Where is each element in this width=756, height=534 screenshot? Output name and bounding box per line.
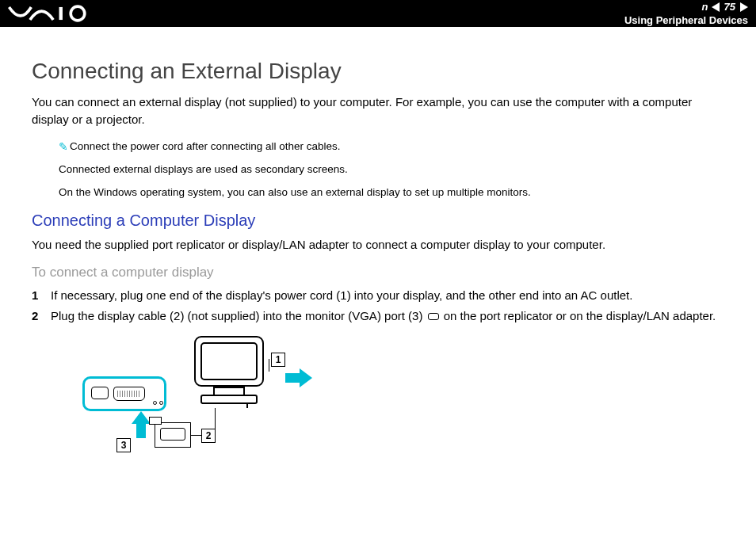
- step-text: Plug the display cable (2) (not supplied…: [51, 307, 716, 326]
- sub-intro-text: You need the supplied port replicator or…: [32, 236, 724, 254]
- procedure-heading: To connect a computer display: [32, 265, 724, 280]
- note-line-2: Connected external displays are used as …: [59, 162, 724, 177]
- header-bar: n 75 Using Peripheral Devices: [0, 0, 756, 27]
- page-n-label: n: [702, 1, 708, 13]
- step-list: 1 If necessary, plug one end of the disp…: [32, 287, 724, 326]
- vga-port-icon: [428, 313, 439, 320]
- svg-rect-3: [201, 343, 257, 380]
- svg-rect-4: [214, 387, 244, 395]
- next-page-arrow-icon[interactable]: [740, 2, 748, 12]
- note-icon: ✎: [59, 139, 68, 155]
- page-content: Connecting an External Display You can c…: [0, 27, 756, 470]
- intro-text: You can connect an external display (not…: [32, 93, 724, 128]
- step-text-part: on the port replicator or on the display…: [441, 309, 716, 322]
- svg-rect-5: [201, 395, 257, 403]
- note-line-3: On the Windows operating system, you can…: [59, 185, 724, 200]
- monitor-icon: [190, 335, 268, 408]
- page-title: Connecting an External Display: [32, 59, 724, 84]
- note-line-1: Connect the power cord after connecting …: [70, 140, 340, 152]
- vga-plug-icon: [155, 422, 191, 448]
- up-arrow-icon: [132, 411, 151, 438]
- connection-diagram: 1 2 3: [73, 335, 326, 470]
- power-arrow-icon: [285, 368, 312, 387]
- callout-3: 3: [116, 438, 131, 452]
- subheading: Connecting a Computer Display: [32, 212, 724, 230]
- note-block: ✎Connect the power cord after connecting…: [59, 139, 724, 200]
- svg-rect-0: [59, 7, 63, 20]
- callout-1: 1: [271, 353, 285, 367]
- adapter-icon: [82, 376, 166, 411]
- callout-line: [269, 359, 269, 372]
- step-number: 2: [32, 307, 51, 326]
- vaio-logo-icon: [8, 5, 95, 22]
- list-item: 2 Plug the display cable (2) (not suppli…: [32, 307, 724, 326]
- svg-marker-7: [285, 368, 312, 387]
- list-item: 1 If necessary, plug one end of the disp…: [32, 287, 724, 305]
- step-text-part: Plug the display cable (2) (not supplied…: [51, 309, 426, 322]
- step-number: 1: [32, 287, 51, 305]
- svg-point-1: [71, 6, 85, 21]
- page-number: 75: [723, 1, 737, 13]
- section-title: Using Peripheral Devices: [624, 14, 748, 26]
- callout-2: 2: [201, 429, 216, 443]
- step-text: If necessary, plug one end of the displa…: [51, 287, 632, 305]
- prev-page-arrow-icon[interactable]: [712, 2, 720, 12]
- svg-marker-8: [132, 411, 151, 438]
- header-right: n 75 Using Peripheral Devices: [624, 1, 748, 26]
